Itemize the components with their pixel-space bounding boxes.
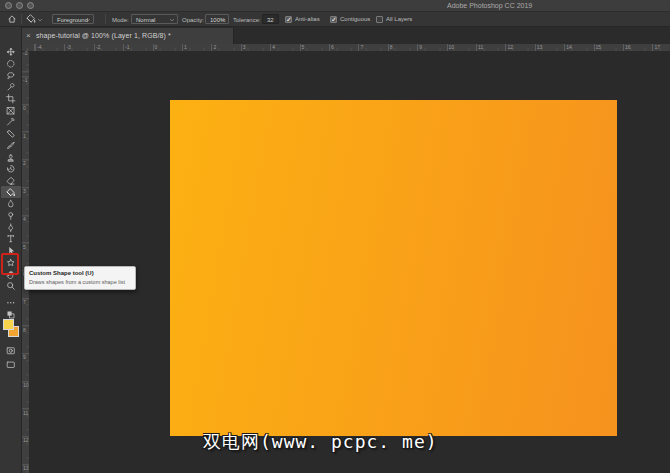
v-ruler-label: 9 [23,355,26,360]
h-ruler-label: 1 [184,45,187,50]
paint-bucket-preset-icon[interactable] [26,14,36,24]
v-ruler-label: 2 [23,161,26,166]
foreground-color-swatch[interactable] [3,319,14,330]
clone-stamp-tool[interactable] [1,151,21,163]
eraser-tool[interactable] [1,175,21,187]
close-window-button[interactable] [5,2,12,9]
blur-tool[interactable] [1,198,21,210]
checkbox-box [376,16,383,23]
v-ruler-label: 5 [23,245,26,250]
photoshop-window: Adobe Photoshop CC 2019 Foreground Mode:… [0,0,670,473]
options-divider [21,14,22,24]
chevron-down-icon [169,17,175,23]
move-tool[interactable] [1,46,21,58]
edit-toolbar-ellipsis-icon[interactable] [1,297,21,309]
h-ruler-label: 15 [596,45,602,50]
custom-shape-tooltip: Custom Shape tool (U) Draws shapes from … [24,266,136,290]
document-tab-title: shape-tutorial @ 100% (Layer 1, RGB/8) * [36,32,171,39]
contiguous-label: Contiguous [340,16,370,22]
v-ruler-label: 12 [23,438,29,443]
quick-selection-tool[interactable] [1,81,21,93]
h-ruler-label: 10 [449,45,455,50]
v-ruler-label: 8 [23,328,26,333]
history-brush-tool[interactable] [1,163,21,175]
h-ruler-label: 14 [566,45,572,50]
home-icon[interactable] [7,14,17,24]
h-ruler-label: 7 [360,45,363,50]
pen-tool[interactable] [1,222,21,234]
h-ruler-label: 8 [390,45,393,50]
chevron-down-icon [220,17,226,23]
dodge-tool[interactable] [1,210,21,222]
v-ruler-label: 3 [23,189,26,194]
opacity-dropdown[interactable]: 100% [205,14,229,24]
quick-mask-icon[interactable] [1,345,21,357]
vertical-ruler[interactable]: -2-1012345678910111213 [22,52,30,473]
mode-label: Mode: [112,17,129,23]
healing-brush-tool[interactable] [1,128,21,140]
v-ruler-label: -1 [23,78,27,83]
screen-mode-icon[interactable] [1,359,21,371]
h-ruler-label: 0 [155,45,158,50]
frame-tool[interactable] [1,105,21,117]
mode-value: Normal [136,17,155,23]
fill-source-value: Foreground [57,17,88,23]
tooltip-title: Custom Shape tool (U) [29,270,131,276]
h-ruler-label: 12 [507,45,513,50]
canvas[interactable] [170,100,617,436]
brush-tool[interactable] [1,140,21,152]
options-divider [105,14,106,24]
horizontal-ruler[interactable]: -4-3-2-101234567891011121314151617 [22,44,670,52]
v-ruler-label: 0 [23,106,26,111]
v-ruler-label: 1 [23,134,26,139]
custom-shape-tool-highlight-box [1,253,19,275]
v-ruler-label: 13 [23,466,29,471]
lasso-tool[interactable] [1,69,21,81]
h-ruler-label: 13 [537,45,543,50]
v-ruler-label: 11 [23,411,28,416]
h-ruler-label: -1 [125,45,129,50]
zoom-window-button[interactable] [27,2,34,9]
tolerance-value: 32 [267,17,274,23]
h-ruler-label: -2 [96,45,100,50]
eyedropper-tool[interactable] [1,116,21,128]
title-bar: Adobe Photoshop CC 2019 [0,0,670,12]
tolerance-label: Tolerance: [233,17,261,23]
opacity-label: Opacity: [182,17,204,23]
window-title: Adobe Photoshop CC 2019 [447,2,532,9]
v-ruler-label: 4 [23,217,26,222]
h-ruler-label: -4 [37,45,41,50]
paint-bucket-tool[interactable] [1,186,21,198]
minimize-window-button[interactable] [16,2,23,9]
options-bar: Foreground Mode: Normal Opacity: 100% To… [0,12,670,27]
document-tab-bar: × shape-tutorial @ 100% (Layer 1, RGB/8)… [22,27,670,44]
all-layers-label: All Layers [386,16,412,22]
h-ruler-label: 11 [478,45,483,50]
zoom-tool[interactable] [1,280,21,292]
crop-tool[interactable] [1,93,21,105]
tolerance-input[interactable]: 32 [262,14,279,24]
h-ruler-label: 5 [302,45,305,50]
h-ruler-label: -3 [66,45,70,50]
chevron-down-icon [85,17,91,23]
type-tool[interactable] [1,233,21,245]
checkbox-box [330,16,337,23]
document-tab[interactable]: × shape-tutorial @ 100% (Layer 1, RGB/8)… [22,28,234,44]
chevron-down-icon[interactable] [37,17,43,23]
watermark-text: 双电网(www. pcpc. me) [203,430,438,454]
fill-source-dropdown[interactable]: Foreground [52,14,94,24]
v-ruler-label: 7 [23,300,26,305]
v-ruler-label: -2 [23,51,27,56]
h-ruler-label: 2 [213,45,216,50]
h-ruler-label: 3 [243,45,246,50]
tooltip-body: Draws shapes from a custom shape list [29,279,131,285]
v-ruler-label: 10 [23,383,29,388]
h-ruler-label: 17 [654,45,660,50]
h-ruler-label: 16 [625,45,631,50]
mode-dropdown[interactable]: Normal [131,14,178,24]
anti-alias-label: Anti-alias [295,16,320,22]
marquee-tool[interactable] [1,58,21,70]
close-tab-icon[interactable]: × [26,31,31,40]
h-ruler-label: 6 [331,45,334,50]
checkbox-box [285,16,292,23]
